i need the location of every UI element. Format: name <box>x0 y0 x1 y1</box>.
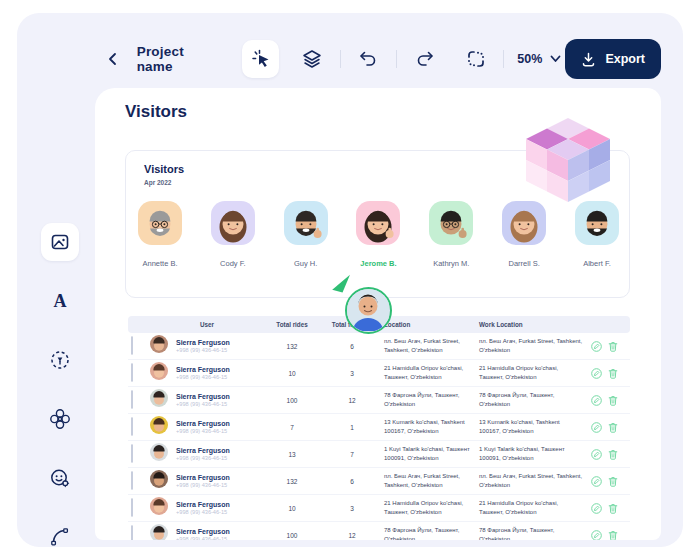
sidebar-item-text-tool[interactable]: A <box>41 282 79 320</box>
flower-icon <box>49 408 71 430</box>
visitor-tile[interactable]: Jerome B. <box>356 201 400 268</box>
visitor-tile[interactable]: Albert F. <box>575 201 619 268</box>
table-row: Sierra Ferguson +998 (99) 436-46-15 132 … <box>128 468 630 495</box>
row-checkbox[interactable] <box>131 444 133 463</box>
total-rides-value: 10 <box>264 370 320 377</box>
cube-decoration <box>520 108 616 206</box>
total-finished-value: 12 <box>320 532 384 539</box>
visitor-name: Albert F. <box>583 259 611 268</box>
edit-icon[interactable] <box>591 503 602 514</box>
delete-icon[interactable] <box>608 503 618 514</box>
row-checkbox[interactable] <box>131 525 133 540</box>
table-row: Sierra Ferguson +998 (99) 436-46-15 132 … <box>128 333 630 360</box>
delete-icon[interactable] <box>608 530 618 541</box>
user-name: Sierra Ferguson <box>176 366 264 373</box>
edit-icon[interactable] <box>591 476 602 487</box>
sidebar-item-emoji-tool[interactable] <box>41 459 79 497</box>
download-icon <box>581 52 596 67</box>
row-checkbox[interactable] <box>131 498 133 517</box>
user-name: Sierra Ferguson <box>176 447 264 454</box>
location-value: пл. Беш Агач, Furkat Street, Tashkent, O… <box>384 337 479 354</box>
row-avatar <box>150 335 176 357</box>
row-avatar <box>150 389 176 411</box>
visitor-tile[interactable]: Annette B. <box>138 201 182 268</box>
edit-icon[interactable] <box>591 395 602 406</box>
memoji-avatar <box>284 201 328 245</box>
total-finished-value: 7 <box>320 451 384 458</box>
visitor-name: Guy H. <box>294 259 317 268</box>
edit-icon[interactable] <box>591 368 602 379</box>
delete-icon[interactable] <box>608 449 618 460</box>
image-icon <box>50 232 70 252</box>
total-finished-value: 1 <box>320 424 384 431</box>
undo-button[interactable] <box>350 40 387 78</box>
table-row: Sierra Ferguson +998 (99) 436-46-15 10 3… <box>128 495 630 522</box>
column-header-user: User <box>150 321 264 328</box>
sidebar-item-curve-tool[interactable] <box>41 518 79 556</box>
tool-rail: A <box>41 223 79 556</box>
sidebar-item-transform-tool[interactable] <box>41 341 79 379</box>
sidebar-item-shape-tool[interactable] <box>41 400 79 438</box>
work-location-value: 21 Hamidulla Oripov ko'chasi, Ташкент, O… <box>479 364 591 381</box>
work-location-value: 78 Фаргона Йули, Ташкент, O'zbekiston <box>479 391 591 408</box>
text-icon: A <box>49 290 71 312</box>
curve-icon <box>49 526 71 548</box>
memoji-avatar <box>429 201 473 245</box>
table-row: Sierra Ferguson +998 (99) 436-46-15 7 1 … <box>128 414 630 441</box>
visitor-name: Darrell S. <box>509 259 540 268</box>
edit-icon[interactable] <box>591 449 602 460</box>
user-phone: +998 (99) 436-46-15 <box>176 455 264 461</box>
visitor-tile[interactable]: Guy H. <box>284 201 328 268</box>
edit-icon[interactable] <box>591 341 602 352</box>
sidebar-item-image-tool[interactable] <box>41 223 79 261</box>
visitor-name: Jerome B. <box>360 259 396 268</box>
delete-icon[interactable] <box>608 476 618 487</box>
row-checkbox[interactable] <box>131 363 133 382</box>
user-phone: +998 (99) 436-46-15 <box>176 428 264 434</box>
delete-icon[interactable] <box>608 368 618 379</box>
select-tool-button[interactable] <box>242 40 279 78</box>
zoom-select[interactable]: 50% <box>517 52 561 66</box>
location-value: пл. Беш Агач, Furkat Street, Tashkent, O… <box>384 472 479 489</box>
frame-icon <box>466 49 486 69</box>
user-name: Sierra Ferguson <box>176 393 264 400</box>
visitor-tile[interactable]: Darrell S. <box>502 201 546 268</box>
row-checkbox[interactable] <box>131 417 133 436</box>
edit-icon[interactable] <box>591 422 602 433</box>
user-phone: +998 (99) 436-46-15 <box>176 401 264 407</box>
visitor-name: Cody F. <box>220 259 245 268</box>
delete-icon[interactable] <box>608 341 618 352</box>
frame-tool-button[interactable] <box>457 40 494 78</box>
design-canvas: Visitors Visitors Apr 2022 Annette B. Co… <box>95 88 661 540</box>
delete-icon[interactable] <box>608 422 618 433</box>
widget-subtitle: Apr 2022 <box>144 179 171 186</box>
page-title: Visitors <box>125 102 187 122</box>
cursor-icon <box>251 49 271 69</box>
row-checkbox[interactable] <box>131 390 133 409</box>
column-header-work-location: Work Location <box>479 321 591 328</box>
emoji-icon <box>49 467 71 489</box>
delete-icon[interactable] <box>608 395 618 406</box>
table-body: Sierra Ferguson +998 (99) 436-46-15 132 … <box>128 333 630 540</box>
back-button[interactable] <box>103 49 123 69</box>
user-name: Sierra Ferguson <box>176 474 264 481</box>
export-button[interactable]: Export <box>565 39 661 79</box>
visitor-tiles-row: Annette B. Cody F. Guy H. Jerome B. Kath… <box>138 201 619 268</box>
undo-icon <box>358 49 378 69</box>
row-checkbox[interactable] <box>131 336 133 355</box>
total-rides-value: 132 <box>264 478 320 485</box>
zoom-value: 50% <box>517 52 542 66</box>
user-phone: +998 (99) 436-46-15 <box>176 509 264 515</box>
row-checkbox[interactable] <box>131 471 133 490</box>
work-location-value: 21 Hamidulla Oripov ko'chasi, Ташкент, O… <box>479 499 591 516</box>
edit-icon[interactable] <box>591 530 602 541</box>
toolbar-divider <box>503 50 504 68</box>
layers-tool-button[interactable] <box>293 40 330 78</box>
redo-button[interactable] <box>406 40 443 78</box>
visitor-tile[interactable]: Cody F. <box>211 201 255 268</box>
work-location-value: 1 Kuyi Talarik ko'chasi, Ташкент 100091,… <box>479 445 591 462</box>
total-rides-value: 7 <box>264 424 320 431</box>
location-value: 78 Фаргона Йули, Ташкент, O'zbekiston <box>384 526 479 540</box>
visitor-tile[interactable]: Kathryn M. <box>429 201 473 268</box>
location-value: 13 Kumarik ko'chasi, Tashkent 100167, O'… <box>384 418 479 435</box>
